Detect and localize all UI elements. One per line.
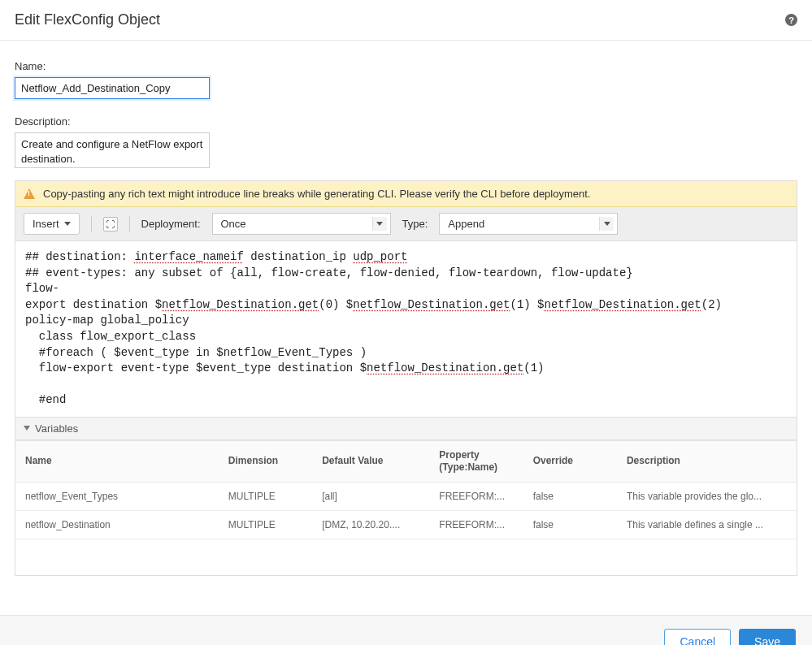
insert-button[interactable]: Insert bbox=[24, 213, 80, 235]
type-label: Type: bbox=[402, 218, 428, 230]
editor-panel: Copy-pasting any rich text might introdu… bbox=[15, 180, 797, 576]
code-underlined: interface_nameif bbox=[134, 250, 243, 263]
code-underlined: netflow_Destination.get bbox=[367, 361, 523, 374]
code-text: ## destination: bbox=[25, 250, 134, 263]
code-text: #end bbox=[25, 393, 66, 406]
cell-override: false bbox=[523, 510, 617, 539]
cell-dimension: MULTIPLE bbox=[219, 510, 312, 539]
cell-default: [all] bbox=[312, 482, 429, 510]
deployment-select[interactable]: Once bbox=[212, 213, 391, 235]
col-description[interactable]: Description bbox=[617, 440, 797, 482]
cell-property: FREEFORM:... bbox=[429, 510, 523, 539]
editor-toolbar: Insert ⛶ Deployment: Once Type: Append bbox=[15, 207, 797, 241]
cancel-button[interactable]: Cancel bbox=[664, 629, 731, 645]
code-underlined: netflow_Destination.get bbox=[545, 298, 701, 311]
chevron-down-icon bbox=[24, 426, 30, 431]
deployment-label: Deployment: bbox=[141, 218, 201, 230]
warning-bar: Copy-pasting any rich text might introdu… bbox=[15, 181, 797, 207]
code-underlined: netflow_Destination.get bbox=[353, 298, 510, 311]
col-name[interactable]: Name bbox=[15, 440, 219, 482]
name-input[interactable] bbox=[15, 77, 210, 99]
page-title: Edit FlexConfig Object bbox=[15, 11, 160, 28]
code-text: (1) $ bbox=[510, 298, 545, 311]
col-default[interactable]: Default Value bbox=[312, 440, 429, 482]
variables-label: Variables bbox=[35, 422, 78, 435]
code-text: policy-map global_policy bbox=[25, 314, 189, 327]
variables-table: Name Dimension Default Value Property (T… bbox=[15, 440, 797, 539]
table-row[interactable]: netflow_Destination MULTIPLE [DMZ, 10.20… bbox=[15, 510, 797, 539]
code-underlined: udp_port bbox=[353, 250, 407, 263]
chevron-down-icon bbox=[64, 222, 71, 226]
deployment-value: Once bbox=[221, 218, 246, 230]
cell-description: This variable defines a single ... bbox=[617, 510, 797, 539]
col-property[interactable]: Property (Type:Name) bbox=[429, 440, 523, 482]
code-text: flow- bbox=[25, 282, 59, 295]
code-underlined: netflow_Destination.get bbox=[162, 298, 319, 311]
description-input[interactable]: Create and configure a NetFlow export de… bbox=[15, 132, 210, 168]
toolbar-separator bbox=[91, 216, 92, 232]
type-value: Append bbox=[448, 218, 484, 230]
save-button[interactable]: Save bbox=[739, 629, 796, 645]
chevron-down-icon bbox=[372, 217, 387, 231]
cell-dimension: MULTIPLE bbox=[219, 482, 312, 510]
cell-description: This variable provides the glo... bbox=[617, 482, 797, 510]
warning-icon bbox=[24, 188, 35, 199]
cell-override: false bbox=[523, 482, 617, 510]
dialog-footer: Cancel Save bbox=[0, 615, 812, 645]
table-header-row: Name Dimension Default Value Property (T… bbox=[15, 440, 797, 482]
cell-property: FREEFORM:... bbox=[429, 482, 523, 510]
expand-icon[interactable]: ⛶ bbox=[103, 217, 118, 232]
type-select[interactable]: Append bbox=[439, 213, 618, 235]
col-dimension[interactable]: Dimension bbox=[219, 440, 312, 482]
table-row[interactable]: netflow_Event_Types MULTIPLE [all] FREEF… bbox=[15, 482, 797, 510]
code-text: #foreach ( $event_type in $netflow_Event… bbox=[25, 346, 367, 359]
cell-name: netflow_Destination bbox=[15, 510, 219, 539]
dialog-body: Name: Description: Create and configure … bbox=[0, 41, 812, 591]
chevron-down-icon bbox=[599, 217, 614, 231]
code-text: destination_ip bbox=[244, 250, 353, 263]
code-text: export destination $ bbox=[25, 298, 162, 311]
description-label: Description: bbox=[15, 115, 797, 128]
cell-default: [DMZ, 10.20.20.... bbox=[312, 510, 429, 539]
warning-text: Copy-pasting any rich text might introdu… bbox=[43, 188, 590, 200]
code-text: class flow_export_class bbox=[25, 330, 196, 343]
code-text: (2) bbox=[701, 298, 722, 311]
variables-toggle[interactable]: Variables bbox=[15, 418, 797, 440]
toolbar-separator bbox=[129, 216, 130, 232]
variables-panel: Variables Name Dimension Default Value P… bbox=[15, 417, 797, 575]
insert-label: Insert bbox=[33, 218, 59, 230]
code-text: (0) $ bbox=[319, 298, 353, 311]
table-empty-area bbox=[15, 539, 797, 575]
code-editor[interactable]: ## destination: interface_nameif destina… bbox=[15, 241, 797, 417]
name-label: Name: bbox=[15, 60, 797, 72]
help-icon[interactable]: ? bbox=[785, 14, 797, 26]
code-text: (1) bbox=[523, 361, 544, 374]
code-text: ## event-types: any subset of {all, flow… bbox=[25, 266, 633, 279]
cell-name: netflow_Event_Types bbox=[15, 482, 219, 510]
col-override[interactable]: Override bbox=[523, 440, 617, 482]
code-text: flow-export event-type $event_type desti… bbox=[25, 361, 367, 374]
dialog-header: Edit FlexConfig Object ? bbox=[0, 0, 812, 41]
